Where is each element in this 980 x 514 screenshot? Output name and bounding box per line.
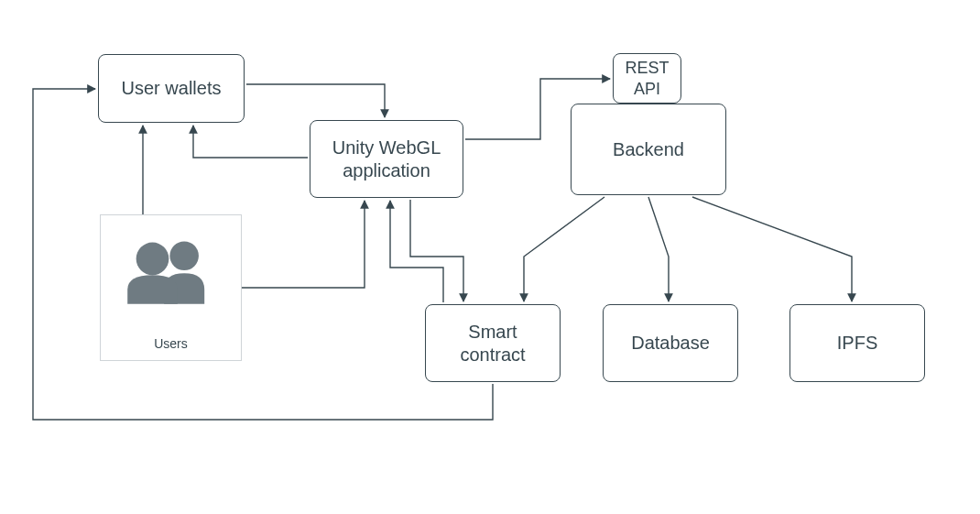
node-rest-api: REST API — [613, 53, 681, 104]
node-user-wallets: User wallets — [98, 54, 245, 123]
node-unity-label: Unity WebGL application — [318, 137, 455, 182]
edge-wallets-to-unity — [246, 84, 385, 117]
node-smart-contract-label: Smart contract — [433, 321, 552, 366]
svg-point-0 — [169, 242, 199, 271]
node-users: Users — [100, 214, 242, 361]
edge-backend-to-smart-contract — [524, 197, 604, 301]
node-unity: Unity WebGL application — [310, 120, 463, 198]
edge-smart-contract-to-unity — [390, 201, 443, 302]
node-database-label: Database — [631, 332, 710, 355]
node-ipfs: IPFS — [789, 304, 925, 382]
edge-backend-to-database — [648, 197, 669, 301]
edge-users-to-unity — [242, 201, 365, 288]
users-icon — [124, 234, 220, 307]
node-ipfs-label: IPFS — [837, 332, 877, 355]
node-database: Database — [603, 304, 738, 382]
svg-point-1 — [136, 243, 169, 276]
node-user-wallets-label: User wallets — [122, 77, 222, 100]
edge-unity-to-wallets — [193, 126, 308, 158]
node-smart-contract: Smart contract — [425, 304, 561, 382]
node-rest-api-label: REST API — [621, 58, 673, 99]
edge-backend-to-ipfs — [692, 197, 852, 301]
node-users-label: Users — [101, 336, 241, 351]
node-backend-label: Backend — [613, 138, 684, 161]
edge-unity-to-smart-contract — [410, 200, 463, 301]
node-backend: Backend — [571, 104, 726, 195]
